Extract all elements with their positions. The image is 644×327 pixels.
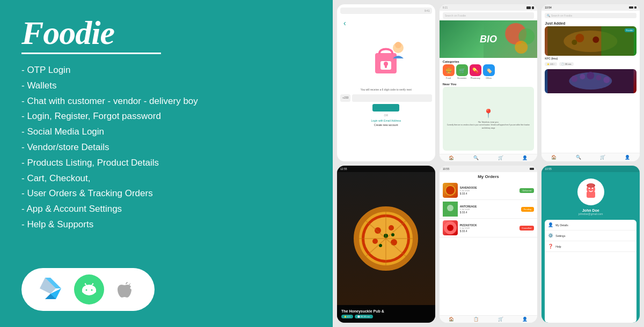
android-icon bbox=[74, 274, 104, 304]
order-row[interactable]: ANTCREAGE 5 Jul 2020 $ 33.4 Pending bbox=[440, 200, 538, 219]
feature-item: - User Orders & Tracking Orders bbox=[21, 187, 311, 200]
no-vendors-area: 📍 No Vendors near youCurrently there are… bbox=[443, 87, 535, 151]
order-thumbnail bbox=[443, 183, 458, 198]
feature-item: - Help & Supports bbox=[21, 218, 311, 231]
category-pharmacy[interactable]: 💊 Pharmacy bbox=[470, 64, 481, 79]
profile-name: John Doe bbox=[582, 209, 599, 212]
phone-input-field[interactable] bbox=[352, 94, 431, 102]
profile-screen: 10:55 John Doe bbox=[541, 166, 640, 323]
svg-rect-61 bbox=[587, 191, 595, 198]
orders-status-bar: 10:55 bbox=[440, 166, 538, 172]
svg-rect-5 bbox=[84, 288, 94, 294]
phone-input-row[interactable]: +233 bbox=[340, 94, 432, 102]
svg-point-13 bbox=[92, 283, 93, 284]
order-thumbnail bbox=[443, 220, 458, 235]
category-food[interactable]: 🍔 Food bbox=[443, 64, 455, 79]
svg-point-12 bbox=[85, 283, 86, 284]
orders-title: My Orders bbox=[440, 172, 538, 181]
category-offers[interactable]: 🏷️ Offers bbox=[483, 64, 495, 79]
flutter-icon bbox=[38, 276, 63, 303]
login-screen: 9:41 ‹ You bbox=[337, 4, 435, 161]
settings-label: Settings bbox=[555, 234, 565, 237]
my-details-menu-item[interactable]: 👤 My Details bbox=[545, 220, 636, 231]
orders-screen-card: 10:55 My Orders SAVENOOOE 5 Jul 2020 bbox=[440, 166, 538, 323]
pizza-image-area bbox=[337, 172, 435, 305]
login-screen-card: 9:41 ‹ You bbox=[337, 4, 435, 161]
feature-item: - Products Listing, Product Details bbox=[21, 157, 311, 169]
help-icon: ❓ bbox=[548, 244, 553, 249]
svg-point-19 bbox=[395, 42, 401, 48]
feature-item: - Social Media Login bbox=[21, 125, 311, 138]
platform-icons bbox=[21, 268, 155, 311]
bio-status-bar: 9:21 bbox=[440, 4, 538, 11]
continue-button[interactable] bbox=[372, 104, 399, 112]
just-added-screen-card: 10:54 🔍 Search on Foodie Just Added bbox=[541, 4, 640, 161]
map-pin-icon: 📍 bbox=[483, 108, 494, 118]
help-menu-item[interactable]: ❓ Help bbox=[545, 241, 636, 252]
foodie-badge: Foodie bbox=[625, 28, 634, 32]
svg-rect-37 bbox=[548, 69, 634, 93]
profile-menu: 👤 My Details ⚙️ Settings ❓ Help bbox=[545, 220, 636, 323]
pizza-rating-badge: ⭐ 4.5 bbox=[341, 315, 353, 318]
pizza-status-bar: 12:55 bbox=[337, 166, 435, 172]
order-status-badge: Delivered bbox=[519, 188, 534, 193]
hero-food-image: Foodie bbox=[545, 26, 636, 56]
login-hero-illustration bbox=[340, 34, 432, 83]
my-details-label: My Details bbox=[555, 224, 568, 227]
bio-search-bar[interactable]: Search on Foodie bbox=[443, 12, 535, 19]
help-label: Help bbox=[555, 245, 561, 248]
svg-point-44 bbox=[372, 239, 378, 244]
order-price: $ 33.4 bbox=[460, 192, 518, 195]
feature-item: - Chat with customer - vendor - delivery… bbox=[21, 95, 311, 108]
create-account-link[interactable]: Create new account bbox=[340, 123, 432, 127]
categories-label: Categories bbox=[440, 58, 538, 64]
category-groceries[interactable]: 🛒 Groceries bbox=[456, 64, 468, 79]
person-icon: 👤 bbox=[548, 222, 553, 227]
pizza-info-panel: The Honeysuckle Pub & ⭐ 4.5 🕒 30-90 min bbox=[337, 305, 435, 323]
rating-badge: ⭐ 4.5 ~ bbox=[545, 62, 557, 66]
pizza-name: The Honeysuckle Pub & bbox=[341, 309, 431, 313]
feature-item: - Login, Register, Forgot password bbox=[21, 110, 311, 123]
or-divider: OR bbox=[340, 114, 432, 117]
feature-item: - OTP Login bbox=[21, 64, 311, 77]
settings-menu-item[interactable]: ⚙️ Settings bbox=[545, 231, 636, 241]
bio-hero-banner: BIO bbox=[440, 20, 538, 58]
back-arrow-icon[interactable]: ‹ bbox=[340, 17, 432, 29]
pizza-screen-card: 12:55 bbox=[337, 166, 435, 323]
bio-screen-card: 9:21 Search on Foodie BIO bbox=[440, 4, 538, 161]
just-added-screen: 10:54 🔍 Search on Foodie Just Added bbox=[541, 4, 640, 161]
country-code[interactable]: +233 bbox=[340, 94, 350, 102]
svg-rect-65 bbox=[588, 184, 594, 187]
email-login-link[interactable]: Login with Email Address bbox=[340, 119, 432, 122]
svg-point-43 bbox=[389, 225, 394, 231]
svg-rect-7 bbox=[94, 289, 96, 293]
order-status-badge: Cancelled bbox=[519, 226, 535, 231]
app-logo: Foodie bbox=[21, 16, 311, 49]
order-row[interactable]: PIZZASTOCK 5 Jul 2020 $ 33.4 Cancelled bbox=[440, 219, 538, 237]
logo-underline bbox=[21, 53, 161, 54]
rating-row: ⭐ 4.5 ~ 🕒 30 min bbox=[541, 61, 640, 67]
order-info: PIZZASTOCK 5 Jul 2020 $ 33.4 bbox=[460, 224, 517, 233]
order-thumbnail bbox=[443, 202, 458, 217]
svg-point-63 bbox=[591, 188, 593, 189]
bio-nav-bar: 🏠 🔍 🛒 👤 bbox=[440, 154, 538, 161]
svg-point-56 bbox=[447, 205, 453, 211]
delivery-badge: 🕒 30 min bbox=[559, 62, 573, 66]
svg-point-42 bbox=[375, 227, 381, 234]
svg-point-62 bbox=[588, 188, 590, 189]
order-status-badge: Pending bbox=[521, 207, 535, 212]
search-bar[interactable]: 🔍 Search on Foodie bbox=[545, 13, 636, 18]
order-info: ANTCREAGE 5 Jul 2020 $ 33.4 bbox=[460, 205, 519, 214]
pizza-screen: 12:55 bbox=[337, 166, 435, 323]
orders-screen: 10:55 My Orders SAVENOOOE 5 Jul 2020 bbox=[440, 166, 538, 323]
user-avatar bbox=[577, 179, 604, 205]
bio-screen: 9:21 Search on Foodie BIO bbox=[440, 4, 538, 161]
order-row[interactable]: SAVENOOOE 5 Jul 2020 $ 33.4 Delivered bbox=[440, 181, 538, 200]
bio-hero-text: BIO bbox=[480, 34, 497, 45]
svg-rect-17 bbox=[385, 64, 387, 68]
order-price: $ 33.4 bbox=[460, 229, 517, 233]
feature-item: - Cart, Checkout, bbox=[21, 172, 311, 185]
no-vendors-text: No Vendors near youCurrently there are n… bbox=[446, 121, 531, 130]
left-panel: Foodie - OTP Login- Wallets- Chat with c… bbox=[0, 0, 333, 327]
feature-item: - Vendor/store Details bbox=[21, 141, 311, 154]
